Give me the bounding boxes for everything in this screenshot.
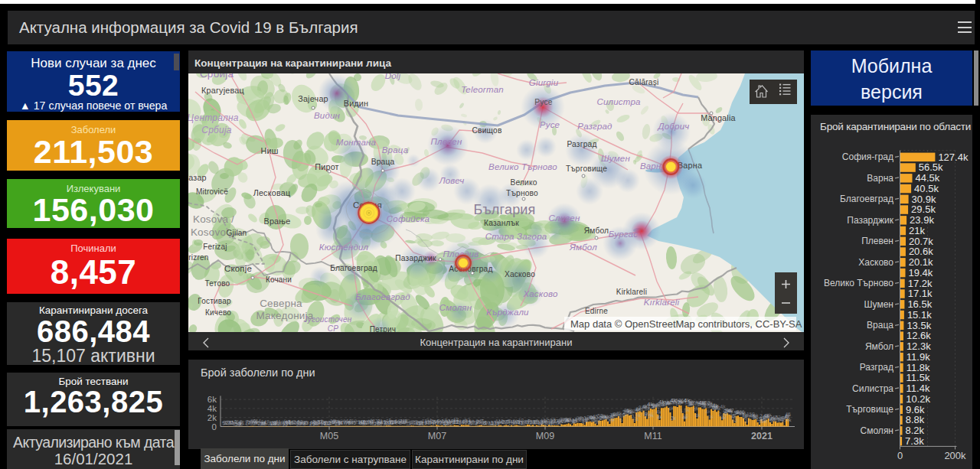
svg-text:Ловеч: Ловеч bbox=[439, 176, 465, 185]
svg-text:Гостивар: Гостивар bbox=[198, 297, 231, 305]
svg-text:Велико Търново: Велико Търново bbox=[488, 162, 557, 171]
svg-text:Скопје: Скопје bbox=[224, 264, 252, 273]
svg-text:Русе: Русе bbox=[540, 120, 560, 129]
svg-text:Србија: Србија bbox=[200, 73, 234, 80]
svg-text:Giurgiu: Giurgiu bbox=[529, 78, 559, 87]
svg-text:9.6k: 9.6k bbox=[906, 404, 925, 415]
svg-text:13.5k: 13.5k bbox=[906, 320, 931, 331]
svg-text:Добрич: Добрич bbox=[657, 122, 690, 131]
svg-text:Teleorman: Teleorman bbox=[461, 85, 504, 94]
svg-text:Călărași: Călărași bbox=[629, 78, 659, 86]
svg-text:Плевен: Плевен bbox=[431, 137, 462, 146]
svg-text:Kirklareli: Kirklareli bbox=[616, 288, 647, 296]
svg-text:Кюстендил: Кюстендил bbox=[319, 243, 369, 252]
svg-text:Смолян: Смолян bbox=[861, 425, 893, 436]
svg-text:София-град: София-град bbox=[842, 151, 893, 162]
svg-text:56.5k: 56.5k bbox=[919, 161, 943, 173]
svg-text:11.4k: 11.4k bbox=[906, 383, 930, 394]
svg-text:Шумен: Шумен bbox=[864, 299, 893, 310]
svg-text:Хасково: Хасково bbox=[858, 257, 893, 268]
svg-text:Тетово: Тетово bbox=[205, 279, 230, 288]
svg-text:52: 52 bbox=[732, 418, 738, 423]
svg-text:Врање: Врање bbox=[264, 217, 291, 226]
svg-text:Dolj: Dolj bbox=[385, 73, 401, 80]
svg-text:Пазарджик: Пазарджик bbox=[395, 254, 436, 262]
svg-text:Крагујевац: Крагујевац bbox=[201, 86, 244, 95]
svg-text:България: България bbox=[473, 202, 535, 217]
svg-text:8.2k: 8.2k bbox=[906, 425, 925, 436]
svg-text:Стара Загора: Стара Загора bbox=[485, 232, 547, 241]
svg-text:Зајечар: Зајечар bbox=[298, 94, 328, 103]
svg-text:Mangalia: Mangalia bbox=[701, 113, 735, 122]
svg-text:Търново: Търново bbox=[506, 189, 538, 197]
svg-text:Map data © OpenStreetMap contr: Map data © OpenStreetMap contributors, C… bbox=[570, 318, 802, 330]
svg-text:231: 231 bbox=[645, 412, 654, 417]
svg-text:20.6k: 20.6k bbox=[909, 246, 933, 257]
svg-text:Ямбол: Ямбол bbox=[569, 243, 597, 252]
svg-text:16.5k: 16.5k bbox=[907, 298, 932, 310]
svg-text:2k: 2k bbox=[671, 415, 677, 421]
svg-text:2k: 2k bbox=[207, 413, 217, 422]
svg-text:Видин: Видин bbox=[314, 111, 341, 120]
svg-text:Gjilan: Gjilan bbox=[227, 229, 247, 237]
svg-text:Търговище: Търговище bbox=[566, 164, 607, 173]
svg-text:Кичево: Кичево bbox=[205, 308, 231, 317]
svg-text:Благоевград: Благоевград bbox=[840, 194, 893, 204]
svg-text:Софийска: Софийска bbox=[387, 214, 430, 223]
svg-text:Сливен: Сливен bbox=[549, 213, 580, 223]
svg-text:Mitrovicë: Mitrovicë bbox=[196, 187, 228, 196]
svg-text:7.3k: 7.3k bbox=[905, 435, 924, 447]
svg-text:2021: 2021 bbox=[751, 431, 773, 441]
svg-text:29.5k: 29.5k bbox=[911, 204, 936, 215]
svg-text:40.5k: 40.5k bbox=[914, 183, 939, 194]
svg-text:M09: M09 bbox=[536, 431, 554, 441]
svg-text:Хасково: Хасково bbox=[522, 289, 558, 298]
svg-text:4k: 4k bbox=[207, 404, 217, 413]
svg-text:Силистра: Силистра bbox=[852, 383, 893, 394]
svg-text:Търговище: Търговище bbox=[846, 404, 893, 415]
svg-text:21k: 21k bbox=[909, 225, 925, 236]
svg-text:Ниш: Ниш bbox=[260, 146, 278, 155]
svg-text:Благоевград: Благоевград bbox=[330, 264, 377, 272]
svg-text:Разград: Разград bbox=[577, 122, 612, 131]
svg-text:Kosova /: Kosova / bbox=[193, 213, 234, 225]
svg-text:0: 0 bbox=[212, 422, 217, 432]
svg-text:Бургас: Бургас bbox=[609, 230, 638, 239]
svg-text:Разград: Разград bbox=[860, 362, 893, 373]
svg-text:200k: 200k bbox=[944, 450, 966, 461]
svg-text:Враца: Враца bbox=[867, 320, 893, 331]
svg-text:Edirne: Edirne bbox=[585, 307, 608, 315]
svg-text:Хасково: Хасково bbox=[505, 270, 535, 278]
svg-text:Ямбол: Ямбол bbox=[865, 341, 893, 352]
svg-text:Казанлък: Казанлък bbox=[484, 219, 519, 227]
svg-text:Варна: Варна bbox=[867, 173, 893, 184]
svg-text:Русе: Русе bbox=[534, 98, 552, 106]
svg-text:Силистра: Силистра bbox=[596, 97, 640, 106]
svg-text:Свищов: Свищов bbox=[472, 126, 501, 135]
svg-text:6k: 6k bbox=[207, 395, 217, 404]
svg-text:Ямбол: Ямбол bbox=[584, 226, 609, 235]
svg-text:Кърджали: Кърджали bbox=[486, 308, 529, 317]
svg-text:Kosovo: Kosovo bbox=[191, 226, 226, 238]
svg-text:Kırklareli: Kırklareli bbox=[644, 298, 680, 307]
svg-text:азар: азар bbox=[188, 173, 207, 182]
svg-text:Prizren: Prizren bbox=[188, 253, 209, 262]
svg-text:Враца: Враца bbox=[382, 145, 409, 155]
svg-text:Велико: Велико bbox=[510, 178, 537, 187]
svg-text:Монтана: Монтана bbox=[336, 138, 376, 147]
svg-text:7: 7 bbox=[657, 407, 660, 412]
svg-text:Благоевград: Благоевград bbox=[355, 292, 410, 301]
svg-text:Петрич: Петрич bbox=[370, 325, 397, 332]
svg-text:Видин: Видин bbox=[344, 99, 369, 108]
svg-text:Ferizaj: Ferizaj bbox=[203, 243, 227, 251]
svg-text:Пазарджик: Пазарджик bbox=[847, 215, 893, 226]
svg-text:17.1k: 17.1k bbox=[908, 288, 933, 299]
svg-text:Враца: Враца bbox=[371, 158, 395, 166]
svg-text:Велико Търново: Велико Търново bbox=[824, 278, 893, 288]
svg-text:M07: M07 bbox=[428, 431, 446, 441]
svg-text:Разград: Разград bbox=[567, 140, 596, 148]
svg-text:Пирот: Пирот bbox=[315, 162, 339, 171]
svg-text:11.8k: 11.8k bbox=[906, 362, 930, 373]
svg-text:0: 0 bbox=[897, 450, 903, 461]
svg-text:Северна: Северна bbox=[260, 298, 302, 309]
